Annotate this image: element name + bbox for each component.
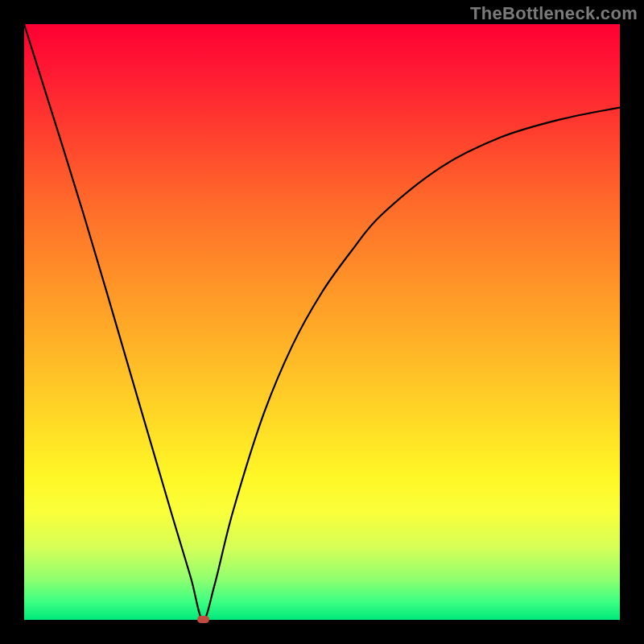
plot-background [24,24,620,620]
min-marker [197,616,209,623]
watermark-text: TheBottleneck.com [470,3,638,24]
chart-frame: TheBottleneck.com [0,0,644,644]
